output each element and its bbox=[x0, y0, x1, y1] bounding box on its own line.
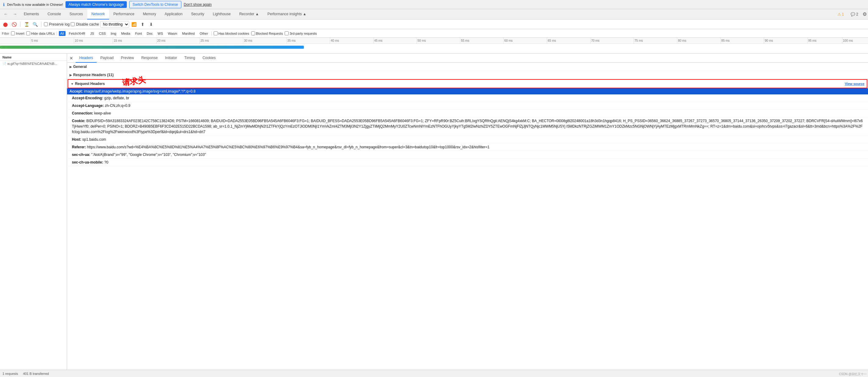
disable-cache-label[interactable]: Disable cache bbox=[71, 22, 99, 27]
tab-console[interactable]: Console bbox=[43, 9, 65, 20]
accept-header-row: Accept: image/avif,image/webp,image/apng… bbox=[67, 88, 868, 94]
view-source-btn[interactable]: View source bbox=[845, 82, 864, 85]
tab-security[interactable]: Security bbox=[187, 9, 209, 20]
ruler-55ms: 55 ms bbox=[460, 38, 469, 43]
switch-language-button[interactable]: Switch DevTools to Chinese bbox=[129, 1, 181, 8]
tab-application[interactable]: Application bbox=[160, 9, 187, 20]
hide-data-urls-label[interactable]: Hide data URLs bbox=[26, 31, 55, 35]
tab-network[interactable]: Network bbox=[87, 9, 109, 20]
throttle-select[interactable]: No throttlingFast 3GSlow 3GOffline bbox=[100, 21, 129, 28]
response-headers-toggle-icon: ▶ bbox=[69, 73, 72, 77]
filter-type-fetch[interactable]: Fetch/XHR bbox=[67, 31, 87, 36]
ruler-5ms: 5 ms bbox=[30, 38, 38, 43]
invert-checkbox[interactable] bbox=[11, 31, 15, 35]
third-party-label[interactable]: 3rd-party requests bbox=[285, 31, 317, 35]
sub-tab-timing[interactable]: Timing bbox=[181, 54, 199, 63]
tab-elements[interactable]: Elements bbox=[20, 9, 43, 20]
ruler-60ms: 60 ms bbox=[503, 38, 513, 43]
invert-label[interactable]: Invert bbox=[11, 31, 24, 35]
tab-recorder[interactable]: Recorder ▲ bbox=[235, 9, 263, 20]
headers-content: ▶ General ▶ Response Headers (11) ▼ Requ… bbox=[67, 63, 868, 166]
notification-message: DevTools is now available in Chinese! bbox=[7, 3, 63, 6]
filter-type-doc[interactable]: Doc bbox=[145, 31, 154, 36]
blocked-requests-checkbox[interactable] bbox=[251, 31, 255, 35]
filter-type-ws[interactable]: WS bbox=[156, 31, 164, 36]
filter-type-media[interactable]: Media bbox=[120, 31, 132, 36]
sec-ch-ua-mobile-row: sec-ch-ua-mobile: ?0 bbox=[67, 159, 868, 166]
sec-ch-ua-row: sec-ch-ua: ".Not/A)Brand";v="99", "Googl… bbox=[67, 151, 868, 159]
settings-icon[interactable]: ⚙ bbox=[863, 11, 867, 17]
sub-tab-response[interactable]: Response bbox=[137, 54, 161, 63]
import-button[interactable]: ⬆ bbox=[139, 21, 146, 28]
tab-memory[interactable]: Memory bbox=[139, 9, 160, 20]
timeline-area: 5 ms 10 ms 15 ms 20 ms 25 ms 30 ms 35 ms… bbox=[0, 38, 868, 54]
back-icon[interactable]: ← bbox=[1, 9, 10, 20]
dismiss-button[interactable]: Don't show again bbox=[184, 2, 212, 7]
request-headers-toggle-icon: ▼ bbox=[71, 82, 74, 85]
has-blocked-cookies-checkbox[interactable] bbox=[214, 31, 218, 35]
accept-encoding-row: Accept-Encoding: gzip, deflate, br bbox=[67, 94, 868, 102]
ruler-85ms: 85 ms bbox=[720, 38, 730, 43]
export-button[interactable]: ⬇ bbox=[148, 21, 155, 28]
ruler-45ms: 45 ms bbox=[373, 38, 382, 43]
third-party-checkbox[interactable] bbox=[285, 31, 289, 35]
sub-tab-headers[interactable]: Headers bbox=[75, 54, 97, 63]
sub-tab-payload[interactable]: Payload bbox=[97, 54, 117, 63]
filter-type-other[interactable]: Other bbox=[198, 31, 210, 36]
general-section-header[interactable]: ▶ General bbox=[67, 63, 868, 71]
connection-row: Connection: keep-alive bbox=[67, 110, 868, 117]
tab-lighthouse[interactable]: Lighthouse bbox=[209, 9, 235, 20]
tab-performance-insights[interactable]: Performance insights ▲ bbox=[263, 9, 311, 20]
disable-cache-checkbox[interactable] bbox=[71, 22, 75, 26]
ruler-70ms: 70 ms bbox=[590, 38, 599, 43]
referer-row: Referer: https://www.baidu.com/s?wd=%E4%… bbox=[67, 143, 868, 151]
request-headers-wrapper: ▼ Request Headers View source 请求头 Accept… bbox=[67, 79, 868, 166]
filter-bar: Filter Invert Hide data URLs All Fetch/X… bbox=[0, 29, 868, 38]
ruler-90ms: 90 ms bbox=[764, 38, 773, 43]
info-icon: ℹ bbox=[3, 2, 5, 7]
ruler-10ms: 10 ms bbox=[74, 38, 83, 43]
has-blocked-cookies-label[interactable]: Has blocked cookies bbox=[214, 31, 249, 35]
ruler-30ms: 30 ms bbox=[243, 38, 252, 43]
sub-tab-cookies[interactable]: Cookies bbox=[199, 54, 219, 63]
request-favicon: 📄 bbox=[2, 62, 6, 66]
filter-type-manifest[interactable]: Manifest bbox=[181, 31, 196, 36]
forward-icon[interactable]: → bbox=[10, 9, 20, 20]
hide-data-urls-checkbox[interactable] bbox=[26, 31, 30, 35]
filter-type-font[interactable]: Font bbox=[133, 31, 143, 36]
ruler-80ms: 80 ms bbox=[677, 38, 686, 43]
clear-button[interactable]: 🚫 bbox=[10, 21, 18, 28]
preserve-log-checkbox[interactable] bbox=[44, 22, 48, 26]
ruler-65ms: 65 ms bbox=[547, 38, 556, 43]
transferred-size: 401 B transferred bbox=[23, 372, 49, 375]
message-badge[interactable]: 💬 2 bbox=[848, 12, 861, 16]
filter-type-css[interactable]: CSS bbox=[97, 31, 107, 36]
sub-tab-initiator[interactable]: Initiator bbox=[161, 54, 180, 63]
ruler-75ms: 75 ms bbox=[633, 38, 643, 43]
request-item[interactable]: 📄 w.gif?q=%B6%FE%CA%AE%B... bbox=[0, 61, 67, 66]
left-panel: Name 📄 w.gif?q=%B6%FE%CA%AE%B... bbox=[0, 54, 67, 370]
filter-type-all[interactable]: All bbox=[59, 31, 65, 36]
toolbar-separator-1 bbox=[20, 22, 21, 27]
search-icon-button[interactable]: 🔍 bbox=[31, 21, 39, 28]
network-conditions-button[interactable]: 📶 bbox=[130, 21, 138, 28]
preserve-log-label[interactable]: Preserve log bbox=[44, 22, 69, 27]
filter-icon-button[interactable]: ⏳ bbox=[23, 21, 30, 28]
response-headers-section-header[interactable]: ▶ Response Headers (11) bbox=[67, 71, 868, 79]
sub-tab-preview[interactable]: Preview bbox=[117, 54, 138, 63]
filter-type-wasm[interactable]: Wasm bbox=[166, 31, 179, 36]
tab-sources[interactable]: Sources bbox=[65, 9, 87, 20]
stop-recording-button[interactable]: ⬤ bbox=[2, 21, 9, 28]
request-headers-section-header[interactable]: ▼ Request Headers View source bbox=[68, 79, 867, 88]
filter-type-img[interactable]: Img bbox=[109, 31, 118, 36]
close-panel-icon[interactable]: ✕ bbox=[67, 56, 75, 61]
sub-tabs: ✕ Headers Payload Preview Response Initi… bbox=[67, 54, 868, 63]
alert-badge[interactable]: ⚠ 1 bbox=[835, 12, 846, 16]
filter-type-js[interactable]: JS bbox=[89, 31, 96, 36]
timeline-content bbox=[0, 44, 868, 54]
blocked-requests-label[interactable]: Blocked Requests bbox=[251, 31, 283, 35]
timeline-network-bar bbox=[0, 46, 304, 49]
tab-performance[interactable]: Performance bbox=[109, 9, 139, 20]
match-language-button[interactable]: Always match Chrome's language bbox=[65, 1, 127, 8]
filter-label: Filter bbox=[2, 32, 9, 35]
